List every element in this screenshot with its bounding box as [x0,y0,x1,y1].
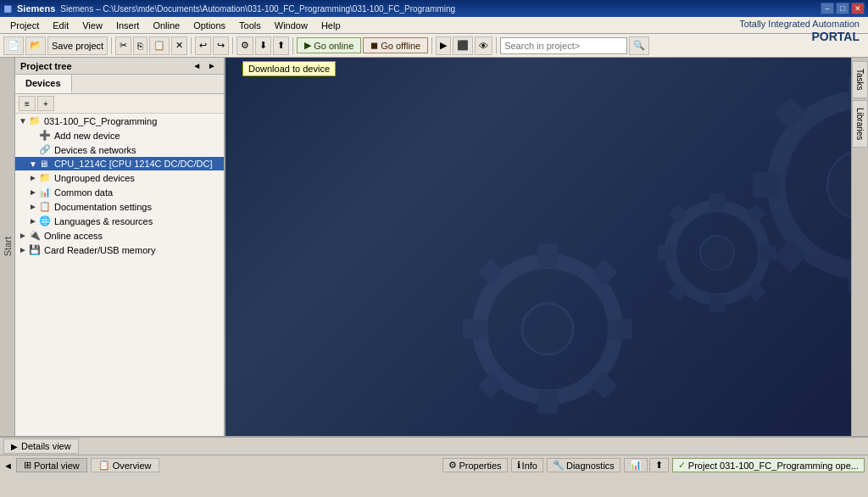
expander-doc-settings: ► [29,202,39,211]
svg-rect-4 [463,319,487,339]
toolbar: 📄 📂 Save project ✂ ⎘ 📋 ✕ ↩ ↪ ⚙ ⬇ ⬆ ▶ Go … [0,34,868,58]
tree-item-root[interactable]: ▼ 📁 031-100_FC_Programming [15,114,224,128]
compile-button[interactable]: ⚙ [236,36,253,55]
open-button[interactable]: 📂 [25,36,46,55]
main-content: Download to device [225,58,851,436]
cut-button[interactable]: ✂ [115,36,131,55]
tasks-tab[interactable]: Tasks [852,61,868,98]
menu-online[interactable]: Online [146,19,186,32]
overview-button[interactable]: 📋 Overview [91,458,159,472]
tree-add-button[interactable]: + [37,96,54,111]
redo-button[interactable]: ↪ [213,36,229,55]
properties-button[interactable]: ⚙ Properties [442,458,507,472]
languages-label: Languages & resources [54,216,153,226]
tree-item-ungrouped[interactable]: ► 📁 Ungrouped devices [15,170,224,185]
save-project-button[interactable]: Save project [47,36,108,55]
add-device-icon: ➕ [39,130,53,141]
tree-item-cpu[interactable]: ▼ 🖥 CPU_1214C [CPU 1214C DC/DC/DC] [15,157,224,170]
copy-button[interactable]: ⎘ [133,36,147,55]
expander-root: ▼ [19,116,29,126]
menu-view[interactable]: View [75,19,109,32]
tree-item-devices-networks[interactable]: 🔗 Devices & networks [15,142,224,157]
tree-item-common-data[interactable]: ► 📊 Common data [15,185,224,199]
menubar: Project Edit View Insert Online Options … [0,17,868,34]
monitor-button[interactable]: 👁 [475,36,492,55]
network-icon: 🔗 [39,144,53,155]
menu-insert[interactable]: Insert [109,19,147,32]
minimize-button[interactable]: – [821,3,834,14]
libraries-tab[interactable]: Libraries [852,100,868,148]
svg-point-1 [522,304,573,355]
separator-3 [232,37,233,54]
tree-item-online-access[interactable]: ► 🔌 Online access [15,228,224,243]
cpu-label: CPU_1214C [CPU 1214C DC/DC/DC] [54,159,212,169]
tree-item-card-reader[interactable]: ► 💾 Card Reader/USB memory [15,243,224,257]
status-icon-1[interactable]: 📊 [624,458,648,472]
tree-item-languages[interactable]: ► 🌐 Languages & resources [15,214,224,228]
new-button[interactable]: 📄 [3,36,24,55]
root-label: 031-100_FC_Programming [44,116,157,126]
collapse-tree-button[interactable]: ◄ [190,60,203,71]
project-status-indicator: ✓ Project 031-100_FC_Programming ope... [672,458,865,472]
diagnostics-button[interactable]: 🔧 Diagnostics [547,458,620,472]
tree-item-doc-settings[interactable]: ► 📋 Documentation settings [15,199,224,214]
expander-common-data: ► [29,187,39,197]
download-button[interactable]: ⬇ [255,36,271,55]
load-button[interactable]: ⬆ [273,36,289,55]
svg-point-21 [700,236,734,270]
search-button[interactable]: 🔍 [629,36,649,55]
online-access-label: Online access [44,231,103,241]
common-data-icon: 📊 [39,187,53,198]
folder-icon: 📁 [29,115,42,126]
menu-project[interactable]: Project [3,19,46,32]
statusbar-action-icons: 📊 ⬆ [624,458,669,472]
close-button[interactable]: ✕ [851,3,865,14]
tree-item-add-device[interactable]: ➕ Add new device [15,128,224,142]
paste-button[interactable]: 📋 [149,36,170,55]
title-text: Siemens – C:\Users\mde\Documents\Automat… [60,4,455,14]
menu-help[interactable]: Help [314,19,348,32]
statusbar-left: ◄ ⊞ Portal view 📋 Overview [3,458,159,472]
stop-simulation[interactable]: ⬛ [453,36,473,55]
expand-icon: ▶ [11,442,18,451]
online-access-icon: 🔌 [29,230,42,241]
doc-settings-icon: 📋 [39,201,53,212]
add-device-label: Add new device [54,131,120,141]
search-input[interactable] [500,37,627,54]
undo-button[interactable]: ↩ [195,36,211,55]
menu-tools[interactable]: Tools [232,19,268,32]
menu-options[interactable]: Options [186,19,232,32]
project-tree-panel: Project tree ◄ ► Devices ≡ + ▼ 📁 031-100… [15,58,225,436]
menu-edit[interactable]: Edit [46,19,75,32]
statusbar-right: ⚙ Properties ℹ Info 🔧 Diagnostics 📊 ⬆ ✓ … [442,458,865,472]
go-offline-button[interactable]: ◼ Go offline [363,37,428,53]
tia-brand: Totally Integrated Automation PORTAL [739,19,860,44]
card-reader-label: Card Reader/USB memory [44,245,155,255]
separator-4 [292,37,293,54]
devices-tab[interactable]: Devices [15,75,72,93]
tree-filter-button[interactable]: ≡ [19,96,36,111]
details-view-tab[interactable]: ▶ Details view [3,438,79,454]
common-data-label: Common data [54,187,113,198]
expander-online-access: ► [19,231,29,240]
portal-view-button[interactable]: ⊞ Portal view [16,458,87,472]
expand-tree-button[interactable]: ► [205,60,219,71]
right-sidebar-panel: Tasks Libraries [851,58,868,436]
info-button[interactable]: ℹ Info [511,458,543,472]
expander-ungrouped: ► [29,173,39,182]
gear-background [225,58,851,436]
start-sidebar[interactable]: Start [0,58,15,436]
maximize-button[interactable]: □ [836,3,849,14]
svg-rect-23 [709,295,725,312]
start-simulation[interactable]: ▶ [436,36,451,55]
bottom-tabbar: ▶ Details view [0,436,868,455]
info-icon: ℹ [517,460,520,471]
go-online-button[interactable]: ▶ Go online [297,37,361,53]
delete-button[interactable]: ✕ [171,36,187,55]
tree-toolbar: ≡ + [15,94,224,114]
svg-point-11 [827,151,851,219]
menu-window[interactable]: Window [268,19,314,32]
ungrouped-icon: 📁 [39,172,53,183]
tree-tab-bar: Devices [15,75,224,94]
status-icon-2[interactable]: ⬆ [649,458,669,472]
